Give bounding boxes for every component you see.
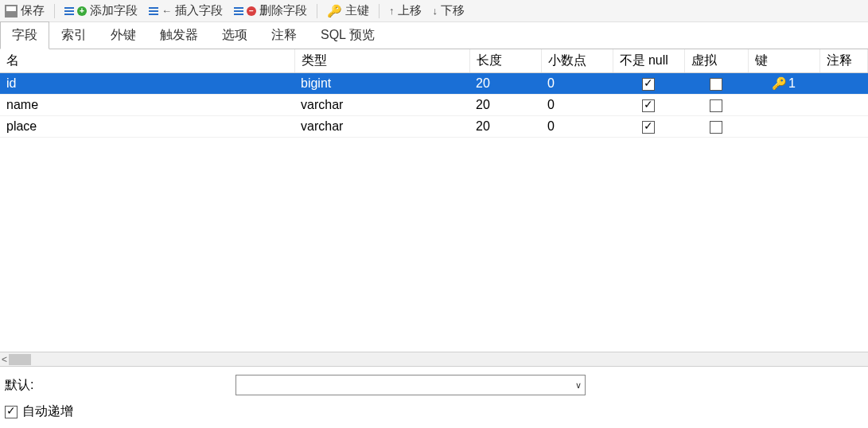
cell-notnull[interactable] (613, 116, 684, 138)
cell-decimals[interactable]: 0 (541, 73, 613, 95)
horizontal-scrollbar[interactable]: < (0, 352, 868, 366)
fields-table-wrap: 名 类型 长度 小数点 不是 null 虚拟 键 注释 idbigint200🔑… (0, 49, 868, 352)
notnull-checkbox[interactable] (642, 99, 655, 112)
virtual-checkbox[interactable] (710, 78, 722, 91)
auto-increment-checkbox[interactable] (5, 406, 18, 418)
move-up-label: 上移 (398, 3, 422, 18)
tab-sql-preview[interactable]: SQL 预览 (309, 21, 387, 49)
add-field-label: 添加字段 (90, 3, 138, 18)
separator (54, 4, 55, 18)
cell-name[interactable]: place (0, 116, 294, 138)
save-icon (5, 5, 18, 18)
minus-icon: − (247, 6, 256, 16)
save-label: 保存 (21, 3, 45, 18)
cell-type[interactable]: varchar (294, 95, 469, 116)
fields-table: 名 类型 长度 小数点 不是 null 虚拟 键 注释 idbigint200🔑… (0, 49, 868, 138)
virtual-checkbox[interactable] (710, 99, 722, 112)
chevron-down-icon: ∨ (575, 380, 582, 391)
plus-icon: + (77, 6, 87, 16)
col-comment-header[interactable]: 注释 (819, 49, 868, 73)
default-value-row: 默认: ∨ (5, 375, 863, 395)
cell-length[interactable]: 20 (469, 116, 541, 138)
cell-name[interactable]: id (0, 73, 294, 95)
table-row[interactable]: placevarchar200 (0, 116, 868, 138)
delete-field-button[interactable]: − 删除字段 (229, 2, 312, 20)
arrow-down-icon: ↓ (433, 5, 438, 17)
tab-triggers[interactable]: 触发器 (148, 21, 210, 49)
tab-indexes[interactable]: 索引 (49, 21, 99, 49)
move-up-button[interactable]: ↑ 上移 (384, 2, 426, 20)
col-length-header[interactable]: 长度 (469, 49, 541, 73)
notnull-checkbox[interactable] (642, 78, 655, 91)
table-row[interactable]: namevarchar200 (0, 95, 868, 116)
auto-increment-label: 自动递增 (22, 403, 73, 420)
toolbar: 保存 + 添加字段 ← 插入字段 − 删除字段 🔑 主键 ↑ 上移 ↓ 下移 (0, 0, 868, 22)
tab-comments[interactable]: 注释 (259, 21, 309, 49)
move-down-button[interactable]: ↓ 下移 (428, 2, 470, 20)
cell-key[interactable] (748, 95, 819, 116)
cell-key[interactable]: 🔑1 (748, 73, 819, 95)
cell-key[interactable] (748, 116, 819, 138)
default-value-combo[interactable]: ∨ (235, 375, 586, 395)
tab-fields[interactable]: 字段 (0, 21, 49, 49)
key-icon: 🔑 (772, 76, 787, 91)
primary-key-button[interactable]: 🔑 主键 (322, 2, 374, 20)
scroll-left-arrow[interactable]: < (2, 354, 7, 365)
cell-decimals[interactable]: 0 (541, 116, 613, 138)
delete-field-label: 删除字段 (259, 3, 307, 18)
arrow-up-icon: ↑ (389, 5, 395, 17)
scroll-thumb[interactable] (9, 354, 31, 365)
table-header-row: 名 类型 长度 小数点 不是 null 虚拟 键 注释 (0, 49, 868, 73)
cell-length[interactable]: 20 (469, 95, 541, 116)
auto-increment-row: 自动递增 (5, 403, 863, 420)
col-key-header[interactable]: 键 (748, 49, 819, 73)
cell-comment[interactable] (819, 116, 868, 138)
cell-type[interactable]: varchar (294, 116, 469, 138)
cell-notnull[interactable] (613, 95, 684, 116)
col-decimals-header[interactable]: 小数点 (541, 49, 613, 73)
col-name-header[interactable]: 名 (0, 49, 294, 73)
cell-virtual[interactable] (684, 73, 748, 95)
add-field-button[interactable]: + 添加字段 (60, 2, 142, 20)
field-properties-panel: 默认: ∨ 自动递增 (0, 366, 868, 428)
cell-name[interactable]: name (0, 95, 294, 116)
cell-comment[interactable] (819, 95, 868, 116)
tab-bar: 字段 索引 外键 触发器 选项 注释 SQL 预览 (0, 22, 868, 49)
default-label: 默认: (5, 377, 53, 394)
separator (379, 4, 380, 18)
insert-field-label: 插入字段 (175, 3, 223, 18)
cell-comment[interactable] (819, 73, 868, 95)
cell-notnull[interactable] (613, 73, 684, 95)
cell-virtual[interactable] (684, 95, 748, 116)
notnull-checkbox[interactable] (642, 121, 655, 134)
move-down-label: 下移 (441, 3, 465, 18)
insert-icon: ← (162, 5, 172, 17)
primary-key-label: 主键 (345, 3, 369, 18)
key-icon: 🔑 (327, 4, 342, 18)
col-type-header[interactable]: 类型 (294, 49, 469, 73)
save-button[interactable]: 保存 (0, 2, 49, 20)
cell-type[interactable]: bigint (294, 73, 469, 95)
key-number: 1 (788, 76, 796, 91)
virtual-checkbox[interactable] (710, 121, 722, 134)
tab-foreign-keys[interactable]: 外键 (99, 21, 148, 49)
col-notnull-header[interactable]: 不是 null (613, 49, 684, 73)
separator (317, 4, 317, 18)
cell-length[interactable]: 20 (469, 73, 541, 95)
cell-virtual[interactable] (684, 116, 748, 138)
cell-decimals[interactable]: 0 (541, 95, 613, 116)
insert-field-button[interactable]: ← 插入字段 (144, 2, 228, 20)
table-row[interactable]: idbigint200🔑1 (0, 73, 868, 95)
col-virtual-header[interactable]: 虚拟 (684, 49, 748, 73)
tab-options[interactable]: 选项 (210, 21, 259, 49)
